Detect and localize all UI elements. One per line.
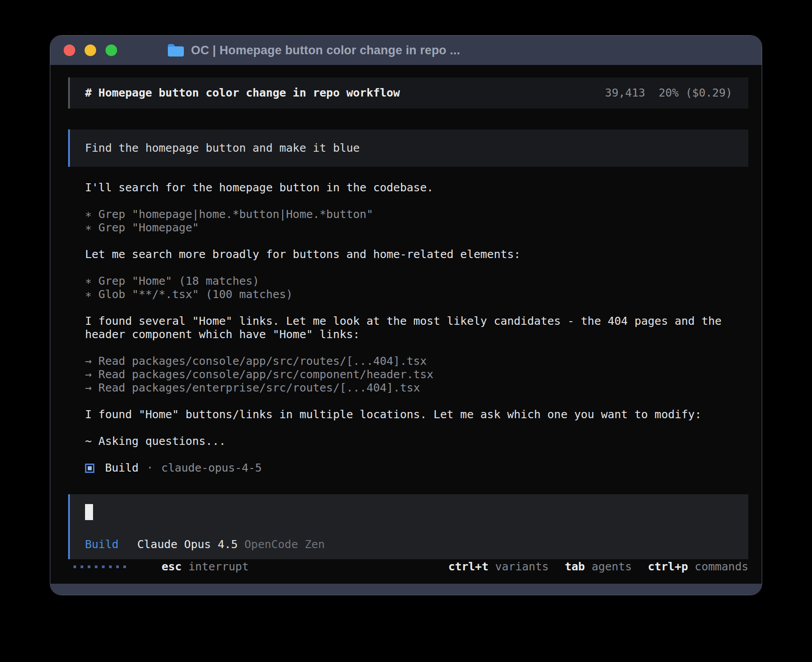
agent-separator: · <box>146 461 153 475</box>
shortcut-label: variants <box>495 560 548 573</box>
session-title: # Homepage button color change in repo w… <box>85 86 400 100</box>
assistant-text: I found "Home" buttons/links in multiple… <box>85 408 745 421</box>
footer-left-shortcuts: esc interrupt <box>144 560 249 573</box>
tool-call-group: → Read packages/console/app/src/routes/[… <box>85 355 745 395</box>
context-cost: 20% ($0.29) <box>658 86 732 100</box>
shortcut-key: esc <box>162 560 182 573</box>
window-title: OC | Homepage button color change in rep… <box>191 44 460 57</box>
working-spinner-dots <box>73 565 126 568</box>
footer-right-shortcuts: ctrl+t variantstab agentsctrl+p commands <box>448 560 748 573</box>
folder-icon <box>167 43 185 57</box>
tool-call-line: ∗ Grep "Home" (18 matches) <box>85 274 745 288</box>
spinner-dot <box>73 565 76 568</box>
spinner-dot <box>109 565 112 568</box>
spinner-dot <box>95 565 97 568</box>
assistant-text: Let me search more broadly for buttons a… <box>85 248 745 261</box>
spinner-dot <box>116 565 119 568</box>
shortcut-label: interrupt <box>188 560 248 573</box>
titlebar-title-group: OC | Homepage button color change in rep… <box>167 43 460 57</box>
terminal-window: OC | Homepage button color change in rep… <box>50 35 762 595</box>
spinner-dot <box>123 565 126 568</box>
text-cursor <box>85 504 93 520</box>
tool-call-line: ∗ Grep "Homepage" <box>85 221 745 234</box>
session-stats: 39,413 20% ($0.29) <box>605 86 732 100</box>
window-titlebar: OC | Homepage button color change in rep… <box>50 36 762 65</box>
tool-call-line: ∗ Grep "homepage|home.*button|Home.*butt… <box>85 208 745 221</box>
terminal-content: # Homepage button color change in repo w… <box>50 65 762 584</box>
tool-call-group: ∗ Grep "Home" (18 matches)∗ Glob "**/*.t… <box>85 274 745 301</box>
user-message: Find the homepage button and make it blu… <box>68 129 748 167</box>
window-bottom-strip <box>50 584 762 595</box>
keyboard-shortcut-hint: tab agents <box>565 560 632 573</box>
shortcut-label: commands <box>695 560 748 573</box>
agent-row: Build · claude-opus-4-5 <box>85 461 745 475</box>
spinner-dot <box>81 565 83 568</box>
token-count: 39,413 <box>605 86 645 100</box>
tool-call-line: ∗ Glob "**/*.tsx" (100 matches) <box>85 288 745 301</box>
keyboard-shortcut-hint: ctrl+t variants <box>448 560 549 573</box>
input-agent-label: Build <box>85 538 118 551</box>
input-model-label: Claude Opus 4.5 <box>137 538 238 551</box>
assistant-text: ~ Asking questions... <box>85 435 745 448</box>
agent-name: Build <box>105 461 138 475</box>
assistant-text: I found several "Home" links. Let me loo… <box>85 315 745 341</box>
input-status-bar: Build Claude Opus 4.5 OpenCode Zen <box>85 538 733 551</box>
tool-call-line: → Read packages/enterprise/src/routes/[.… <box>85 381 745 395</box>
tool-call-line: → Read packages/console/app/src/componen… <box>85 368 745 381</box>
tool-call-group: ∗ Grep "homepage|home.*button|Home.*butt… <box>85 208 745 234</box>
session-header: # Homepage button color change in repo w… <box>68 77 748 109</box>
shortcut-key: tab <box>565 560 585 573</box>
shortcut-key: ctrl+p <box>648 560 688 573</box>
tool-call-line: → Read packages/console/app/src/routes/[… <box>85 355 745 368</box>
footer-left: esc interrupt <box>68 560 249 573</box>
agent-row-wrap: Build · claude-opus-4-5 <box>68 461 748 475</box>
assistant-transcript: I'll search for the homepage button in t… <box>68 181 748 448</box>
prompt-input[interactable]: Build Claude Opus 4.5 OpenCode Zen <box>68 494 748 559</box>
minimize-button[interactable] <box>85 44 96 56</box>
shortcut-key: ctrl+t <box>448 560 488 573</box>
user-message-text: Find the homepage button and make it blu… <box>85 141 360 155</box>
input-provider-label: OpenCode Zen <box>244 538 325 551</box>
close-button[interactable] <box>64 44 75 56</box>
spinner-dot <box>88 565 90 568</box>
traffic-lights <box>64 44 117 56</box>
keyboard-shortcut-hint: ctrl+p commands <box>648 560 748 573</box>
zoom-button[interactable] <box>106 44 117 56</box>
agent-build-icon <box>85 464 94 473</box>
status-footer: esc interrupt ctrl+t variantstab agentsc… <box>68 560 748 574</box>
keyboard-shortcut-hint: esc interrupt <box>162 560 249 573</box>
assistant-text: I'll search for the homepage button in t… <box>85 181 745 194</box>
agent-model: claude-opus-4-5 <box>161 461 262 475</box>
spinner-dot <box>102 565 105 568</box>
shortcut-label: agents <box>592 560 632 573</box>
